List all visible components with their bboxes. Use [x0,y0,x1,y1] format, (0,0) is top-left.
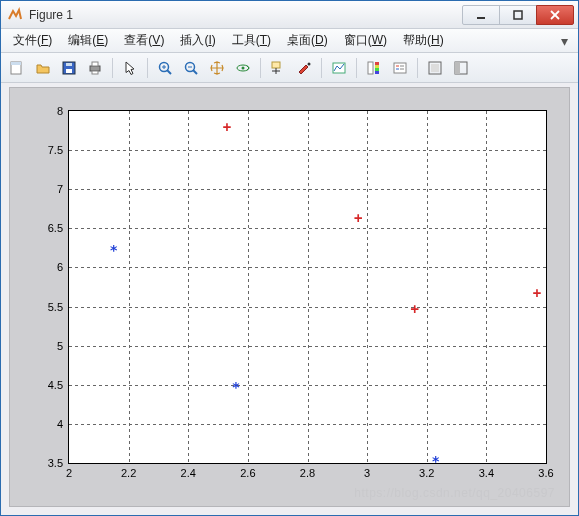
svg-rect-37 [431,64,439,72]
ytick-label: 5 [57,340,63,352]
new-figure-icon[interactable] [5,56,29,80]
svg-rect-21 [272,62,280,68]
toolbar [1,53,578,83]
grid-line [69,346,546,347]
toolbar-separator [112,58,113,78]
ytick-label: 5.5 [48,301,63,313]
svg-point-20 [242,66,245,69]
grid-line [69,385,546,386]
svg-point-24 [308,62,311,65]
grid-line [69,150,546,151]
xtick-label: 2.2 [121,467,136,479]
data-point-series1[interactable]: + [533,289,541,297]
titlebar: Figure 1 [1,1,578,29]
toolbar-separator [321,58,322,78]
window-title: Figure 1 [29,8,463,22]
maximize-button[interactable] [499,5,537,25]
data-point-series2[interactable]: * [232,383,240,391]
toolbar-separator [260,58,261,78]
link-plot-icon[interactable] [327,56,351,80]
ytick-label: 6.5 [48,222,63,234]
svg-rect-27 [375,62,379,65]
ytick-label: 3.5 [48,457,63,469]
xtick-label: 2.6 [240,467,255,479]
grid-line [427,111,428,463]
data-point-series2[interactable]: * [431,457,439,465]
svg-rect-39 [455,62,460,74]
brush-icon[interactable] [292,56,316,80]
svg-rect-5 [11,62,21,65]
colorbar-icon[interactable] [362,56,386,80]
menubar: 文件(F)编辑(E)查看(V)插入(I)工具(T)桌面(D)窗口(W)帮助(H)… [1,29,578,53]
svg-rect-9 [90,66,100,71]
svg-rect-29 [375,68,379,71]
grid-line [129,111,130,463]
pointer-icon[interactable] [118,56,142,80]
legend-icon[interactable] [388,56,412,80]
hide-tools-icon[interactable] [423,56,447,80]
ytick-label: 4.5 [48,379,63,391]
data-point-series1[interactable]: + [411,305,419,313]
zoom-in-icon[interactable] [153,56,177,80]
data-point-series1[interactable]: + [223,123,231,131]
matlab-icon [7,7,23,23]
grid-line [308,111,309,463]
xtick-label: 2.8 [300,467,315,479]
svg-rect-31 [394,63,406,73]
pan-icon[interactable] [205,56,229,80]
grid-line [486,111,487,463]
data-point-series1[interactable]: + [354,214,362,222]
zoom-out-icon[interactable] [179,56,203,80]
menu-h[interactable]: 帮助(H) [395,29,452,52]
toolbar-separator [356,58,357,78]
xtick-label: 3.4 [479,467,494,479]
menu-d[interactable]: 桌面(D) [279,29,336,52]
menu-v[interactable]: 查看(V) [116,29,172,52]
svg-rect-30 [375,71,379,74]
svg-rect-7 [66,69,72,73]
grid-line [69,267,546,268]
ytick-label: 7.5 [48,144,63,156]
menu-overflow-icon[interactable]: ▾ [555,33,574,49]
ytick-label: 6 [57,261,63,273]
data-cursor-icon[interactable] [266,56,290,80]
watermark: https://blog.csdn.net/qq_20406597 [354,486,555,500]
menu-i[interactable]: 插入(I) [172,29,223,52]
toolbar-separator [417,58,418,78]
grid-line [69,189,546,190]
xtick-label: 3.2 [419,467,434,479]
xtick-label: 2 [66,467,72,479]
xtick-label: 2.4 [181,467,196,479]
close-button[interactable] [536,5,574,25]
menu-w[interactable]: 窗口(W) [336,29,395,52]
svg-rect-26 [368,62,373,74]
menu-t[interactable]: 工具(T) [224,29,279,52]
ytick-label: 4 [57,418,63,430]
dock-icon[interactable] [449,56,473,80]
axes[interactable]: 22.22.42.62.833.23.43.63.544.555.566.577… [68,110,547,464]
save-icon[interactable] [57,56,81,80]
menu-e[interactable]: 编辑(E) [60,29,116,52]
window-controls [463,5,574,25]
plot-area: 22.22.42.62.833.23.43.63.544.555.566.577… [9,87,570,507]
ytick-label: 7 [57,183,63,195]
svg-rect-1 [514,11,522,19]
open-icon[interactable] [31,56,55,80]
rotate-3d-icon[interactable] [231,56,255,80]
menu-f[interactable]: 文件(F) [5,29,60,52]
grid-line [188,111,189,463]
svg-rect-11 [92,71,98,74]
print-icon[interactable] [83,56,107,80]
svg-line-13 [167,70,171,74]
svg-rect-10 [92,62,98,66]
grid-line [69,424,546,425]
grid-line [69,228,546,229]
svg-rect-8 [66,63,72,66]
svg-rect-28 [375,65,379,68]
grid-line [248,111,249,463]
minimize-button[interactable] [462,5,500,25]
data-point-series2[interactable]: * [110,246,118,254]
figure-window: Figure 1 文件(F)编辑(E)查看(V)插入(I)工具(T)桌面(D)窗… [0,0,579,516]
xtick-label: 3.6 [538,467,553,479]
svg-line-17 [193,70,197,74]
